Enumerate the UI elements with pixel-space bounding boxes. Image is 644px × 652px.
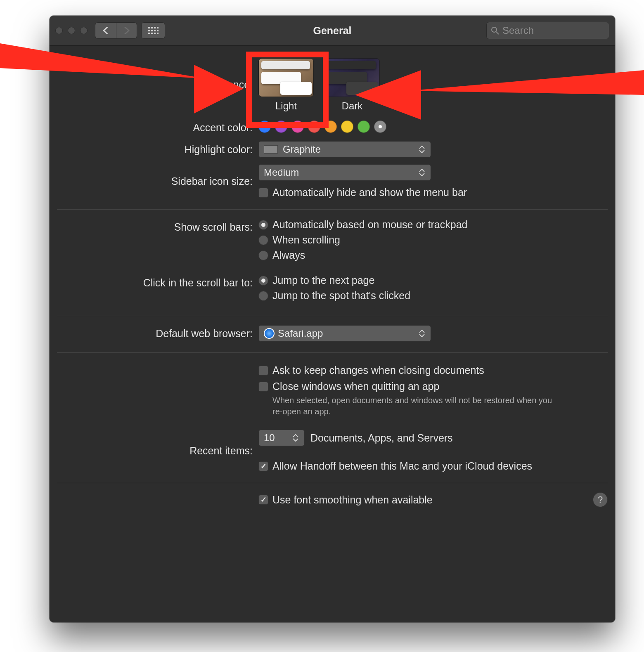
grid-icon [148, 27, 159, 34]
help-button[interactable]: ? [593, 492, 608, 507]
appearance-label: Appearance: [57, 58, 258, 91]
click-scroll-label: Click in the scroll bar to: [57, 274, 258, 289]
minimize-window-button[interactable] [68, 27, 75, 34]
scrollbars-radio-1[interactable] [258, 235, 268, 245]
auto-hide-menubar-checkbox[interactable] [258, 188, 268, 198]
highlight-swatch [264, 145, 278, 154]
safari-icon [264, 328, 275, 339]
appearance-option-light[interactable]: Light [258, 58, 314, 112]
appearance-light-thumb [258, 58, 314, 97]
default-browser-value: Safari.app [278, 328, 323, 339]
default-browser-label: Default web browser: [57, 328, 258, 340]
appearance-dark-label: Dark [342, 100, 363, 112]
forward-button[interactable] [116, 23, 137, 38]
window-controls [55, 27, 88, 34]
search-placeholder: Search [502, 25, 534, 36]
appearance-light-label: Light [275, 100, 297, 112]
handoff-label: Allow Handoff between this Mac and your … [272, 460, 532, 472]
recent-items-suffix: Documents, Apps, and Servers [310, 432, 453, 444]
search-field[interactable]: Search [486, 22, 609, 39]
zoom-window-button[interactable] [80, 27, 88, 34]
close-window-button[interactable] [55, 27, 63, 34]
accent-color-1[interactable] [275, 120, 287, 133]
sidebar-icon-size-value: Medium [264, 167, 299, 178]
highlight-color-select[interactable]: Graphite [258, 141, 431, 158]
recent-items-label: Recent items: [57, 445, 258, 457]
divider [57, 483, 608, 483]
scrollbars-radio-label-1: When scrolling [272, 234, 340, 246]
close-windows-label: Close windows when quitting an app [272, 380, 439, 392]
font-smoothing-label: Use font smoothing when available [272, 494, 433, 506]
highlight-color-value: Graphite [283, 144, 321, 155]
accent-color-0[interactable] [258, 120, 271, 133]
preferences-window: General Search Appearance: [50, 16, 615, 622]
click-scroll-radio-label-1: Jump to the spot that's clicked [272, 290, 410, 302]
divider [57, 316, 608, 316]
stepper-icon [419, 327, 429, 340]
svg-line-5 [496, 32, 499, 34]
font-smoothing-checkbox[interactable] [258, 495, 268, 505]
ask-keep-changes-label: Ask to keep changes when closing documen… [272, 364, 484, 376]
search-icon [491, 26, 499, 35]
click-scroll-radio-label-0: Jump to the next page [272, 274, 374, 286]
click-scroll-radio-1[interactable] [258, 291, 268, 301]
accent-color-4[interactable] [324, 120, 337, 133]
accent-color-3[interactable] [308, 120, 320, 133]
accent-color-7[interactable] [374, 120, 386, 133]
accent-color-6[interactable] [358, 120, 370, 133]
divider [57, 352, 608, 353]
scroll-bars-label: Show scroll bars: [57, 219, 258, 233]
scrollbars-radio-label-0: Automatically based on mouse or trackpad [272, 219, 467, 231]
scrollbars-radio-0[interactable] [258, 220, 268, 230]
appearance-option-dark[interactable]: Dark [324, 58, 380, 112]
chevron-left-icon [102, 27, 109, 34]
divider [57, 209, 608, 210]
sidebar-icon-size-select[interactable]: Medium [258, 164, 431, 181]
scrollbars-radio-label-2: Always [272, 249, 305, 261]
accent-color-label: Accent color: [57, 119, 258, 134]
svg-point-4 [492, 27, 497, 32]
auto-hide-menubar-label: Automatically hide and show the menu bar [272, 187, 467, 198]
show-all-button[interactable] [141, 22, 165, 39]
recent-items-value: 10 [264, 432, 275, 444]
stepper-icon [419, 166, 429, 179]
nav-buttons [95, 22, 137, 39]
handoff-checkbox[interactable] [258, 461, 268, 471]
highlight-color-label: Highlight color: [57, 144, 258, 156]
accent-color-5[interactable] [341, 120, 353, 133]
recent-items-select[interactable]: 10 [258, 430, 305, 446]
chevron-right-icon [123, 27, 130, 34]
scrollbars-radio-2[interactable] [258, 250, 268, 260]
click-scroll-radio-0[interactable] [258, 276, 268, 286]
accent-color-2[interactable] [291, 120, 304, 133]
stepper-icon [419, 143, 429, 156]
titlebar: General Search [50, 16, 615, 46]
close-windows-help: When selected, open documents and window… [272, 395, 561, 417]
stepper-icon [293, 432, 303, 444]
ask-keep-changes-checkbox[interactable] [258, 366, 268, 376]
sidebar-icon-size-label: Sidebar icon size: [57, 175, 258, 187]
back-button[interactable] [95, 23, 116, 38]
appearance-dark-thumb [324, 58, 380, 97]
default-browser-select[interactable]: Safari.app [258, 325, 431, 342]
close-windows-checkbox[interactable] [258, 382, 268, 392]
